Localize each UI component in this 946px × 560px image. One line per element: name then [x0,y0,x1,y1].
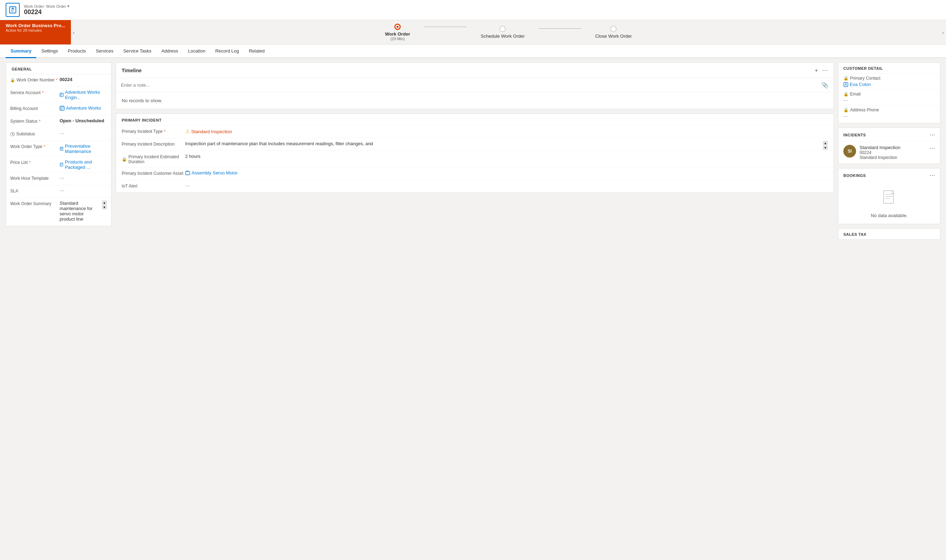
value-system-status: Open - Unscheduled [60,118,107,123]
main-content: GENERAL 🔒 Work Order Number * 00224 Serv… [0,58,946,560]
value-work-hour-template: --- [60,175,107,180]
cust-label-primary-contact: 🔒 Primary Contact [843,76,935,81]
no-data-doc-icon [882,190,896,207]
incident-value-iot: --- [185,183,828,188]
tab-services[interactable]: Services [91,45,119,58]
label-system-status: System Status * [10,118,60,124]
active-stage-sub: Active for 29 minutes [6,28,65,32]
scroll-down-btn[interactable]: ▼ [102,205,107,209]
customer-detail-header: CUSTOMER DETAIL [838,63,940,73]
incident-label-iot: IoT Alert [122,183,185,189]
timeline-note-input[interactable] [121,83,821,88]
value-substatus: --- [60,131,107,136]
cust-value-email: --- [843,98,935,103]
required-ss: * [39,119,40,123]
cust-value-primary-contact[interactable]: Eva Colon [843,82,935,87]
header-dropdown-icon[interactable]: ▾ [67,4,69,8]
incident-avatar-0: SI [843,145,856,157]
tab-related[interactable]: Related [244,45,270,58]
field-billing-account: Billing Account Adventure Works [6,103,111,115]
value-work-order-type[interactable]: Preventative Maintenance [60,143,107,154]
timeline-more-btn[interactable]: ⋯ [822,67,828,74]
incident-value-description: Inspection part of maintenance plan that… [185,141,828,146]
field-sla: SLA --- [6,185,111,198]
customer-detail-card: CUSTOMER DETAIL 🔒 Primary Contact Eva Co… [838,62,940,123]
process-step-1[interactable]: Work Order (29 Min) [371,20,424,45]
price-icon-pl [60,162,63,167]
primary-incident-card: PRIMARY INCIDENT Primary Incident Type *… [116,114,834,193]
process-bar: Work Order Business Pro... Active for 29… [0,20,946,45]
primary-incident-header: PRIMARY INCIDENT [116,114,833,125]
process-step-3[interactable]: Close Work Order [581,22,646,42]
label-sla: SLA [10,188,60,194]
desc-scroll-down[interactable]: ▼ [823,146,828,150]
incident-item-more-btn-0[interactable]: ⋯ [929,145,935,152]
header-record-number: 00224 [24,8,69,16]
timeline-add-btn[interactable]: + [815,67,818,74]
active-stage-title: Work Order Business Pro... [6,23,65,28]
incidents-card: INCIDENTS ⋯ SI Standard Inspection 00224… [838,128,940,164]
description-scrollbar[interactable]: ▲ ▼ [823,141,828,150]
timeline-title: Timeline [122,68,142,73]
label-price-list: Price List * [10,159,60,165]
tab-location[interactable]: Location [183,45,210,58]
step-label-1: Work Order [385,31,410,37]
incident-value-asset[interactable]: Assembly Servo Motor [185,170,828,175]
value-billing-account[interactable]: Adventure Works [60,105,107,111]
tab-service-tasks[interactable]: Service Tasks [118,45,156,58]
cust-label-address-phone: 🔒 Address Phone [843,108,935,112]
no-data-icon [882,190,896,210]
field-price-list: Price List * Products and Packaged ... [6,157,111,173]
incident-value-type[interactable]: ⚠ Standard Inspection [185,128,828,135]
step-connector-1 [424,26,467,27]
value-price-list[interactable]: Products and Packaged ... [60,159,107,170]
value-work-order-number: 00224 [60,77,107,82]
process-chevron-right[interactable]: › [940,20,946,45]
lock-icon-pc: 🔒 [843,76,849,81]
step-label-3: Close Work Order [596,34,632,39]
no-data-text: No data available. [871,213,907,218]
required-won: * [56,78,57,82]
desc-scroll-up[interactable]: ▲ [823,141,828,145]
incident-number-0: 00224 [860,150,926,155]
timeline-attach-icon[interactable]: 📎 [821,82,829,88]
active-stage[interactable]: Work Order Business Pro... Active for 29… [0,20,71,45]
tab-products[interactable]: Products [63,45,91,58]
svg-rect-6 [185,172,190,175]
cust-label-email: 🔒 Email [843,92,935,97]
timeline-card: Timeline + ⋯ 📎 No records to show. [116,62,834,109]
field-work-order-summary: Work Order Summary Standard maintenance … [6,198,111,226]
required-wot: * [44,145,45,149]
timeline-input-area: 📎 [116,78,833,92]
lock-icon-won: 🔒 [10,78,15,83]
tab-summary[interactable]: Summary [6,45,36,58]
process-chevron-left[interactable]: ‹ [71,20,77,45]
cust-field-address-phone: 🔒 Address Phone --- [838,105,940,123]
panel-right: CUSTOMER DETAIL 🔒 Primary Contact Eva Co… [838,62,940,557]
tab-address[interactable]: Address [156,45,183,58]
panel-general: GENERAL 🔒 Work Order Number * 00224 Serv… [6,62,111,557]
field-work-hour-template: Work Hour Template --- [6,173,111,185]
step-label-2: Schedule Work Order [481,34,525,39]
incident-field-asset: Primary Incident Customer Asset Assembly… [116,167,833,180]
incidents-more-btn[interactable]: ⋯ [929,131,935,138]
bookings-card: BOOKINGS ⋯ No data available. [838,168,940,224]
label-substatus: Substatus [10,131,60,136]
value-service-account[interactable]: Adventure Works Engin... [60,89,107,100]
process-step-2[interactable]: Schedule Work Order [467,22,539,42]
bookings-more-btn[interactable]: ⋯ [929,172,935,178]
contact-entity-icon [843,82,848,87]
timeline-empty-text: No records to show. [116,92,833,109]
summary-scrollbar[interactable]: ▲ ▼ [102,200,107,209]
tab-settings[interactable]: Settings [36,45,63,58]
tab-record-log[interactable]: Record Log [210,45,244,58]
label-billing-account: Billing Account [10,105,60,111]
header-subtitle[interactable]: Work Order: Work Order ▾ [24,4,69,8]
cust-field-email: 🔒 Email --- [838,89,940,105]
scroll-up-btn[interactable]: ▲ [102,200,107,205]
general-card: GENERAL 🔒 Work Order Number * 00224 Serv… [6,62,111,226]
required-pl: * [29,160,30,165]
step-circle-2 [500,26,506,32]
field-work-order-type: Work Order Type * Preventative Maintenan… [6,141,111,157]
app-header: Work Order: Work Order ▾ 00224 [0,0,946,20]
